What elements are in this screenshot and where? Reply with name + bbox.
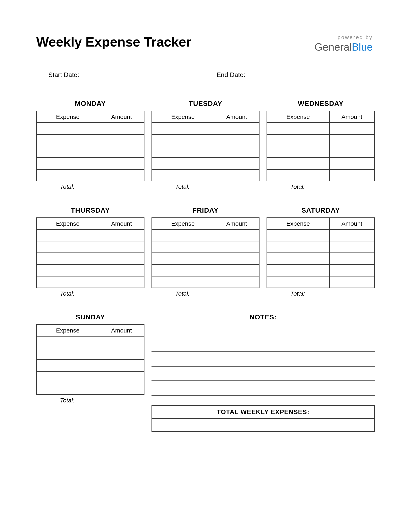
expense-cell[interactable] xyxy=(152,276,214,288)
table-row xyxy=(267,146,374,158)
amount-cell[interactable] xyxy=(329,170,374,181)
table-row xyxy=(152,123,259,134)
amount-cell[interactable] xyxy=(329,123,374,134)
amount-cell[interactable] xyxy=(329,134,374,146)
amount-cell[interactable] xyxy=(214,265,259,276)
expense-cell[interactable] xyxy=(37,371,99,383)
amount-cell[interactable] xyxy=(214,229,259,241)
total-value[interactable] xyxy=(99,183,144,190)
col-header-amount: Amount xyxy=(99,111,144,123)
total-value[interactable] xyxy=(99,290,144,297)
expense-cell[interactable] xyxy=(37,383,99,395)
amount-cell[interactable] xyxy=(99,253,144,265)
expense-cell[interactable] xyxy=(37,336,99,348)
expense-cell[interactable] xyxy=(152,134,214,146)
total-value[interactable] xyxy=(214,183,260,190)
amount-cell[interactable] xyxy=(214,123,259,134)
total-weekly-value[interactable] xyxy=(152,419,374,431)
amount-cell[interactable] xyxy=(329,229,374,241)
total-value[interactable] xyxy=(329,183,375,190)
expense-cell[interactable] xyxy=(267,134,329,146)
amount-cell[interactable] xyxy=(329,265,374,276)
day-total: Total: xyxy=(36,397,144,404)
amount-cell[interactable] xyxy=(99,383,144,395)
end-date-input[interactable] xyxy=(248,71,367,79)
amount-cell[interactable] xyxy=(329,276,374,288)
amount-cell[interactable] xyxy=(99,158,144,170)
expense-cell[interactable] xyxy=(267,241,329,253)
expense-cell[interactable] xyxy=(267,276,329,288)
note-line[interactable] xyxy=(151,367,375,381)
expense-cell[interactable] xyxy=(152,229,214,241)
amount-cell[interactable] xyxy=(99,348,144,360)
expense-cell[interactable] xyxy=(37,229,99,241)
expense-cell[interactable] xyxy=(37,348,99,360)
expense-cell[interactable] xyxy=(37,170,99,181)
expense-cell[interactable] xyxy=(267,146,329,158)
expense-cell[interactable] xyxy=(152,265,214,276)
day-block-sunday: SUNDAY ExpenseAmount Total: xyxy=(36,313,144,432)
amount-cell[interactable] xyxy=(99,371,144,383)
amount-cell[interactable] xyxy=(99,146,144,158)
expense-table-monday: ExpenseAmount xyxy=(36,111,144,181)
total-value[interactable] xyxy=(329,290,375,297)
expense-cell[interactable] xyxy=(152,170,214,181)
amount-cell[interactable] xyxy=(214,134,259,146)
expense-cell[interactable] xyxy=(37,123,99,134)
total-value[interactable] xyxy=(99,397,144,404)
expense-cell[interactable] xyxy=(152,158,214,170)
total-value[interactable] xyxy=(214,290,260,297)
table-row xyxy=(152,276,259,288)
amount-cell[interactable] xyxy=(214,158,259,170)
expense-cell[interactable] xyxy=(37,276,99,288)
expense-cell[interactable] xyxy=(267,123,329,134)
expense-cell[interactable] xyxy=(37,241,99,253)
table-row xyxy=(152,253,259,265)
amount-cell[interactable] xyxy=(99,123,144,134)
expense-cell[interactable] xyxy=(152,146,214,158)
note-line[interactable] xyxy=(151,381,375,396)
expense-cell[interactable] xyxy=(267,229,329,241)
expense-cell[interactable] xyxy=(267,265,329,276)
amount-cell[interactable] xyxy=(329,146,374,158)
note-line[interactable] xyxy=(151,338,375,352)
amount-cell[interactable] xyxy=(329,253,374,265)
amount-cell[interactable] xyxy=(99,229,144,241)
amount-cell[interactable] xyxy=(214,276,259,288)
amount-cell[interactable] xyxy=(99,265,144,276)
expense-cell[interactable] xyxy=(152,241,214,253)
expense-cell[interactable] xyxy=(267,158,329,170)
expense-cell[interactable] xyxy=(37,360,99,371)
table-row xyxy=(37,348,144,360)
notes-lines xyxy=(151,338,375,396)
amount-cell[interactable] xyxy=(99,134,144,146)
col-header-amount: Amount xyxy=(214,218,259,229)
amount-cell[interactable] xyxy=(214,253,259,265)
amount-cell[interactable] xyxy=(99,170,144,181)
start-date-input[interactable] xyxy=(82,71,198,79)
end-date-label: End Date: xyxy=(217,71,248,79)
expense-cell[interactable] xyxy=(37,146,99,158)
days-grid: MONDAY ExpenseAmount Total: TUESDAY Expe… xyxy=(36,100,375,432)
expense-cell[interactable] xyxy=(267,253,329,265)
expense-cell[interactable] xyxy=(152,123,214,134)
expense-cell[interactable] xyxy=(37,265,99,276)
amount-cell[interactable] xyxy=(214,241,259,253)
amount-cell[interactable] xyxy=(214,170,259,181)
amount-cell[interactable] xyxy=(214,146,259,158)
amount-cell[interactable] xyxy=(329,158,374,170)
table-row xyxy=(37,253,144,265)
expense-cell[interactable] xyxy=(267,170,329,181)
amount-cell[interactable] xyxy=(99,360,144,371)
expense-cell[interactable] xyxy=(37,253,99,265)
amount-cell[interactable] xyxy=(99,241,144,253)
expense-cell[interactable] xyxy=(37,158,99,170)
expense-cell[interactable] xyxy=(37,134,99,146)
amount-cell[interactable] xyxy=(329,241,374,253)
expense-cell[interactable] xyxy=(152,253,214,265)
amount-cell[interactable] xyxy=(99,336,144,348)
amount-cell[interactable] xyxy=(99,276,144,288)
table-row xyxy=(267,253,374,265)
table-row xyxy=(152,146,259,158)
note-line[interactable] xyxy=(151,352,375,367)
